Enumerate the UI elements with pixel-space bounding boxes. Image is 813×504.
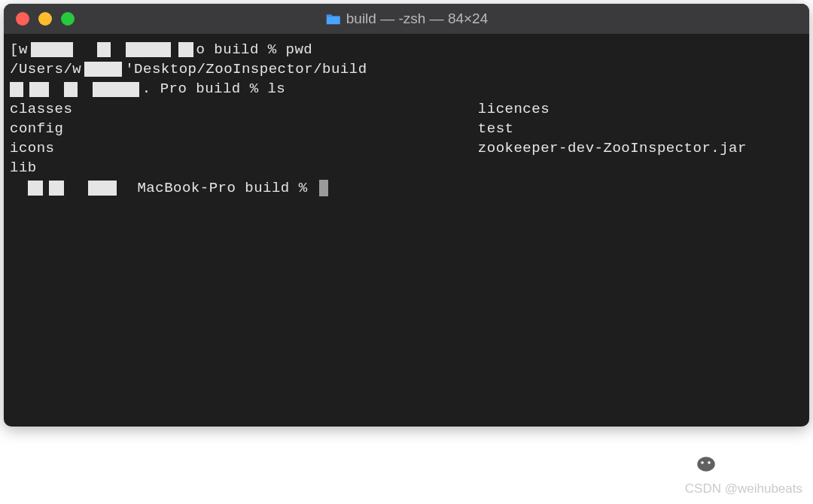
ls-item: config (10, 119, 478, 138)
window-title-text: build — -zsh — 84×24 (346, 11, 489, 27)
redaction (31, 42, 73, 57)
close-button[interactable] (16, 12, 29, 26)
redaction (10, 82, 23, 97)
prompt-line-1: [w o build % pwd (10, 40, 803, 59)
ls-item: zookeeper-dev-ZooInspector.jar (478, 138, 803, 158)
redaction (28, 181, 43, 196)
redaction (126, 42, 171, 57)
terminal-body[interactable]: [w o build % pwd /Users/w 'Desktop/ZooIn… (4, 34, 809, 204)
redaction (88, 181, 117, 196)
prompt-1-leading: [w (10, 40, 28, 59)
ls-item: licences (478, 99, 803, 119)
wechat-watermark: 小奏技术 (682, 445, 802, 475)
prompt-line-3: MacBook-Pro build % (10, 178, 803, 198)
window-title: build — -zsh — 84×24 (325, 11, 489, 27)
maximize-button[interactable] (61, 12, 75, 26)
ls-item: test (478, 119, 803, 138)
redaction (178, 42, 193, 57)
prompt-3-mid: MacBook-Pro build % (137, 178, 316, 198)
folder-icon (325, 12, 342, 26)
svg-point-1 (696, 456, 716, 472)
terminal-window: build — -zsh — 84×24 [w o build % pwd /U… (4, 4, 809, 427)
pwd-output-suffix: 'Desktop/ZooInspector/build (125, 59, 367, 79)
svg-point-2 (690, 454, 693, 457)
traffic-lights (16, 12, 75, 26)
redaction (97, 42, 111, 57)
ls-item: classes (10, 99, 478, 119)
prompt-line-2: . Pro build % ls (10, 79, 803, 99)
wechat-icon (682, 445, 718, 475)
ls-item: icons (10, 138, 478, 158)
ls-item (478, 158, 803, 178)
cmd-ls: ls (267, 79, 285, 99)
title-bar[interactable]: build — -zsh — 84×24 (4, 4, 809, 34)
pwd-output-line: /Users/w 'Desktop/ZooInspector/build (10, 59, 803, 79)
ls-item: lib (10, 158, 478, 178)
svg-point-5 (708, 461, 711, 464)
terminal-cursor (319, 180, 328, 196)
redaction (64, 82, 78, 97)
wechat-watermark-text: 小奏技术 (724, 448, 802, 474)
redaction (84, 62, 122, 77)
prompt-2-suffix: Pro build % (160, 79, 268, 99)
ls-output: classes licences config test icons zooke… (10, 99, 803, 178)
svg-point-3 (697, 454, 700, 457)
csdn-watermark: CSDN @weihubeats (685, 481, 802, 496)
redaction (49, 181, 64, 196)
pwd-output-prefix: /Users/w (10, 59, 81, 79)
redaction (93, 82, 139, 97)
minimize-button[interactable] (38, 12, 52, 26)
svg-point-4 (701, 461, 704, 464)
cmd-pwd: pwd (286, 40, 313, 59)
redaction (29, 82, 49, 97)
